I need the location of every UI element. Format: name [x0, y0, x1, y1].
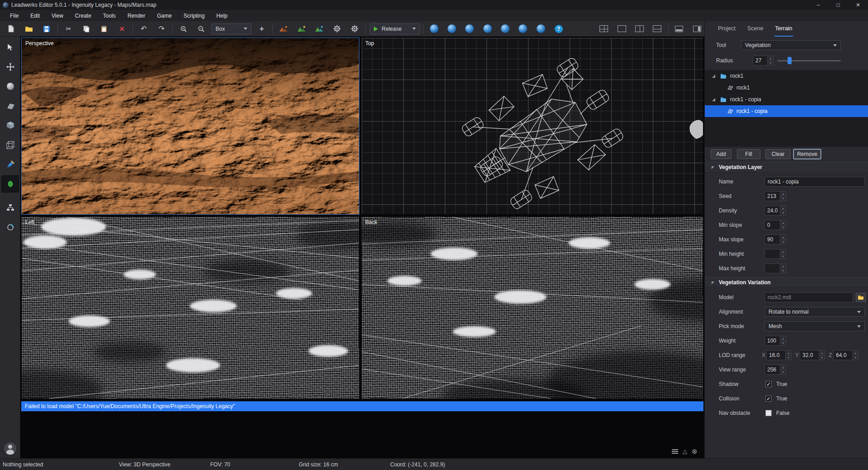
spinner[interactable] — [780, 235, 786, 244]
max-height-input[interactable] — [765, 264, 780, 273]
console-clear-icon[interactable]: ⊗ — [692, 448, 698, 455]
add-button[interactable]: Add — [711, 149, 731, 159]
menu-item-edit[interactable]: Edit — [24, 10, 46, 21]
spinner[interactable] — [819, 351, 825, 360]
vegetation-tool-button[interactable] — [1, 175, 19, 193]
redo-button[interactable]: ↷ — [154, 23, 169, 35]
delete-button[interactable]: × — [114, 23, 129, 35]
tree-item[interactable]: rock1 — [705, 82, 868, 94]
menu-item-create[interactable]: Create — [69, 10, 97, 21]
max-slope-input[interactable] — [765, 235, 780, 244]
cut-button[interactable]: ✂ — [61, 23, 76, 35]
terrain-settings-button[interactable] — [330, 23, 344, 35]
minimize-button[interactable]: – — [808, 0, 828, 10]
spinner[interactable] — [767, 56, 773, 65]
spinner[interactable] — [785, 351, 791, 360]
vegetation-layer-header[interactable]: Vegetation Layer — [705, 162, 868, 173]
lod-z-input[interactable] — [834, 351, 852, 360]
layout-rows-button[interactable] — [650, 23, 665, 35]
world-tool-button-6[interactable] — [515, 23, 530, 35]
spin-down-icon[interactable] — [768, 61, 773, 66]
spinner[interactable] — [780, 264, 786, 273]
editor-settings-button[interactable] — [347, 23, 362, 35]
maximize-button[interactable]: □ — [828, 0, 848, 10]
density-input[interactable] — [765, 206, 780, 215]
open-map-button[interactable] — [21, 23, 36, 35]
tab-scene[interactable]: Scene — [747, 21, 764, 37]
min-slope-stepper[interactable] — [764, 220, 786, 230]
layout-single-button[interactable] — [614, 23, 629, 35]
tab-project[interactable]: Project — [717, 21, 736, 37]
world-tool-button-4[interactable] — [480, 23, 495, 35]
terrain-water-button[interactable] — [311, 23, 326, 35]
toggle-sidebar-button[interactable] — [689, 23, 704, 35]
menu-item-game[interactable]: Game — [151, 10, 178, 21]
terrain-sculpt-button[interactable] — [276, 23, 291, 35]
tree-item[interactable]: rock1 — [705, 70, 868, 82]
tree-item[interactable]: rock1 - copia — [705, 94, 868, 105]
world-tool-button-2[interactable] — [444, 23, 459, 35]
create-primitive-button[interactable]: + — [254, 23, 269, 35]
clear-button[interactable]: Clear — [765, 149, 791, 159]
layout-quad-button[interactable] — [596, 23, 611, 35]
lod-y-stepper[interactable] — [800, 350, 825, 360]
save-map-button[interactable] — [39, 23, 54, 35]
lod-y-input[interactable] — [800, 351, 819, 360]
viewport-perspective[interactable]: Perspective — [21, 38, 359, 215]
hierarchy-tool-button[interactable] — [1, 199, 19, 216]
terrain-paint-tool-button[interactable] — [1, 156, 19, 173]
menu-item-tools[interactable]: Tools — [97, 10, 122, 21]
view-range-stepper[interactable] — [764, 365, 786, 375]
spin-up-icon[interactable] — [768, 56, 773, 61]
menu-item-help[interactable]: Help — [211, 10, 234, 21]
tab-terrain[interactable]: Terrain — [774, 21, 793, 37]
zoom-in-button[interactable] — [176, 23, 191, 35]
lod-x-input[interactable] — [767, 351, 785, 360]
vegetation-variation-header[interactable]: Vegetation Variation — [705, 277, 868, 288]
min-slope-input[interactable] — [765, 221, 780, 230]
warning-triangle-icon[interactable]: △ — [683, 448, 687, 454]
min-height-input[interactable] — [765, 249, 780, 258]
name-input[interactable] — [764, 177, 865, 187]
solid-box-tool-button[interactable] — [1, 117, 19, 134]
expand-caret-icon[interactable] — [712, 98, 715, 101]
paste-button[interactable] — [97, 23, 112, 35]
select-tool-button[interactable] — [1, 39, 19, 56]
alignment-dropdown[interactable]: Rotate to normal — [764, 307, 865, 317]
fill-button[interactable]: Fill — [737, 149, 760, 159]
viewport-top[interactable]: Top — [361, 38, 703, 215]
browse-model-button[interactable] — [856, 293, 866, 302]
seed-input[interactable] — [765, 192, 780, 201]
tree-item-selected[interactable]: rock1 - copia — [705, 105, 868, 117]
run-config-combo[interactable]: Release — [370, 24, 420, 34]
close-button[interactable]: ✕ — [848, 0, 868, 10]
world-tool-button-3[interactable] — [462, 23, 477, 35]
model-input[interactable] — [764, 292, 853, 302]
menu-item-file[interactable]: File — [4, 10, 24, 21]
viewport-back[interactable]: Back — [361, 216, 703, 399]
edit-mesh-tool-button[interactable] — [1, 136, 19, 154]
menu-item-render[interactable]: Render — [122, 10, 151, 21]
spinner[interactable] — [780, 336, 786, 345]
terrain-sculpt-tool-button[interactable] — [1, 78, 19, 95]
zoom-out-button[interactable] — [193, 23, 208, 35]
remove-button[interactable]: Remove — [793, 149, 821, 159]
face-select-tool-button[interactable] — [1, 97, 19, 114]
spinner[interactable] — [780, 221, 786, 230]
menu-item-scripting[interactable]: Scripting — [178, 10, 211, 21]
spinner[interactable] — [780, 206, 786, 215]
expand-caret-icon[interactable] — [712, 75, 715, 78]
world-tool-button-5[interactable] — [498, 23, 513, 35]
user-avatar[interactable] — [4, 442, 16, 455]
console-error-line[interactable]: Failed to load model "C:/Users/Yue/Docum… — [21, 401, 703, 411]
primitive-shape-combo[interactable]: Box — [212, 24, 252, 34]
lod-x-stepper[interactable] — [766, 350, 792, 360]
help-button[interactable]: ? — [551, 23, 566, 35]
weight-stepper[interactable] — [764, 336, 786, 346]
max-height-stepper[interactable] — [764, 263, 786, 273]
world-tool-button-1[interactable] — [427, 23, 442, 35]
console-menu-icon[interactable] — [672, 449, 678, 454]
new-map-button[interactable] — [4, 23, 19, 35]
spinner[interactable] — [780, 365, 786, 374]
world-tool-button-7[interactable] — [533, 23, 548, 35]
